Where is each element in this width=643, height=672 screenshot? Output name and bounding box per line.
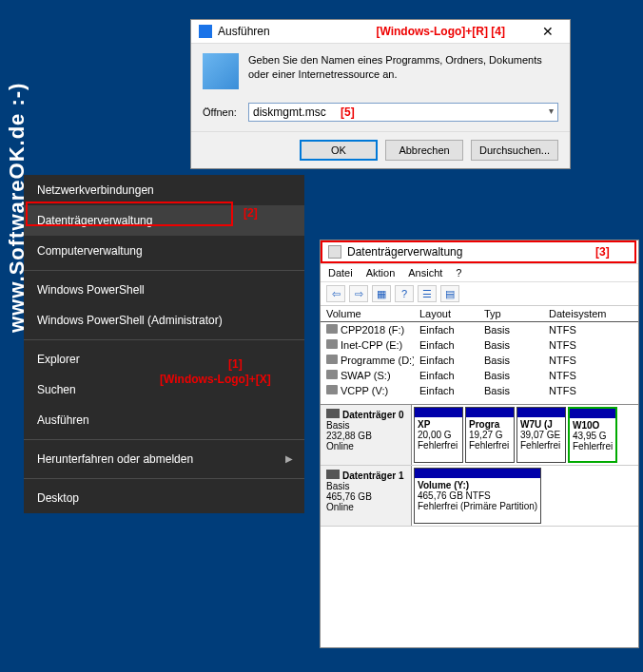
- partition[interactable]: W10O43,95 GFehlerfrei: [568, 407, 617, 463]
- annotation-5: [5]: [341, 106, 355, 119]
- partition[interactable]: XP20,00 GFehlerfrei: [414, 407, 463, 463]
- disk-header: Datenträger 1Basis465,76 GBOnline: [321, 466, 412, 526]
- menu-computerverwaltung[interactable]: Computerverwaltung: [24, 236, 304, 266]
- menu-powershell-admin[interactable]: Windows PowerShell (Administrator): [24, 305, 304, 336]
- annotation-4: [Windows-Logo]+[R] [4]: [376, 25, 505, 38]
- open-label: Öffnen:: [203, 106, 241, 118]
- dropdown-icon[interactable]: ▾: [549, 106, 554, 116]
- cancel-button[interactable]: Abbrechen: [385, 140, 463, 161]
- menu-label: Herunterfahren oder abmelden: [37, 452, 193, 466]
- ok-button[interactable]: OK: [300, 140, 378, 161]
- close-icon[interactable]: ✕: [534, 24, 562, 39]
- menu-netzwerkverbindungen[interactable]: Netzwerkverbindungen: [24, 175, 304, 205]
- run-icon: [199, 25, 212, 38]
- menu-help[interactable]: ?: [456, 267, 461, 278]
- col-typ[interactable]: Typ: [478, 306, 543, 321]
- dm-title: Datenträgerverwaltung: [347, 245, 462, 259]
- disk-management-window: Datenträgerverwaltung Datei Aktion Ansic…: [320, 240, 639, 648]
- table-row[interactable]: VCPP (V:)EinfachBasisNTFS: [321, 383, 638, 398]
- list-icon[interactable]: ☰: [418, 285, 437, 302]
- table-row[interactable]: SWAP (S:)EinfachBasisNTFS: [321, 368, 638, 383]
- menu-datentraegerverwaltung[interactable]: Datenträgerverwaltung: [24, 205, 304, 236]
- separator: [24, 439, 304, 440]
- menu-aktion[interactable]: Aktion: [366, 267, 396, 278]
- menu-datei[interactable]: Datei: [328, 267, 353, 278]
- view-icon[interactable]: ▦: [372, 285, 391, 302]
- browse-button[interactable]: Durchsuchen...: [471, 140, 558, 161]
- menu-ansicht[interactable]: Ansicht: [408, 267, 442, 278]
- open-input-value: diskmgmt.msc: [253, 106, 326, 119]
- partition[interactable]: Volume (Y:)465,76 GB NTFSFehlerfrei (Pri…: [414, 468, 541, 524]
- menu-desktop[interactable]: Desktop: [24, 483, 304, 513]
- run-title: Ausführen: [218, 25, 270, 38]
- back-icon[interactable]: ⇦: [326, 285, 345, 302]
- menu-ausfuehren[interactable]: Ausführen: [24, 405, 304, 435]
- disk-layout: Datenträger 0Basis232,88 GBOnlineXP20,00…: [321, 404, 638, 527]
- menu-herunterfahren[interactable]: Herunterfahren oder abmelden ▶: [24, 444, 304, 474]
- annotation-2: [2]: [244, 206, 258, 220]
- table-row[interactable]: Programme (D:)EinfachBasisNTFS: [321, 353, 638, 368]
- annotation-1-sub: [Windows-Logo]+[X]: [160, 373, 271, 386]
- menu-powershell[interactable]: Windows PowerShell: [24, 275, 304, 305]
- annotation-1: [1]: [228, 357, 243, 371]
- chevron-right-icon: ▶: [285, 453, 293, 464]
- forward-icon[interactable]: ⇨: [349, 285, 368, 302]
- separator: [24, 270, 304, 271]
- col-volume[interactable]: Volume: [321, 306, 414, 321]
- table-row[interactable]: Inet-CPP (E:)EinfachBasisNTFS: [321, 337, 638, 353]
- disk-row: Datenträger 0Basis232,88 GBOnlineXP20,00…: [321, 405, 638, 466]
- separator: [24, 339, 304, 340]
- winx-context-menu: Netzwerkverbindungen Datenträgerverwaltu…: [24, 175, 304, 513]
- dm-menubar: Datei Aktion Ansicht ?: [321, 264, 638, 282]
- annotation-3: [3]: [595, 245, 610, 259]
- col-layout[interactable]: Layout: [414, 306, 478, 321]
- partition[interactable]: Progra19,27 GFehlerfrei: [465, 407, 515, 463]
- partition[interactable]: W7U (J39,07 GEFehlerfrei: [516, 407, 566, 463]
- disk-header: Datenträger 0Basis232,88 GBOnline: [321, 405, 412, 465]
- disk-row: Datenträger 1Basis465,76 GBOnlineVolume …: [321, 466, 638, 527]
- table-row[interactable]: CPP2018 (F:)EinfachBasisNTFS: [321, 322, 638, 337]
- run-dialog: Ausführen [Windows-Logo]+[R] [4] ✕ Geben…: [190, 19, 571, 169]
- run-description: Geben Sie den Namen eines Programms, Ord…: [248, 53, 558, 89]
- help-icon[interactable]: ?: [395, 285, 414, 302]
- menu-explorer[interactable]: Explorer: [24, 344, 304, 374]
- volume-table: Volume Layout Typ Dateisystem CPP2018 (F…: [321, 306, 638, 398]
- open-input[interactable]: diskmgmt.msc [5] ▾: [248, 103, 558, 122]
- col-fs[interactable]: Dateisystem: [543, 306, 619, 321]
- dm-toolbar: ⇦ ⇨ ▦ ? ☰ ▤: [321, 282, 638, 306]
- separator: [24, 478, 304, 479]
- dm-icon: [328, 245, 341, 259]
- detail-icon[interactable]: ▤: [440, 285, 459, 302]
- run-logo-icon: [203, 53, 239, 89]
